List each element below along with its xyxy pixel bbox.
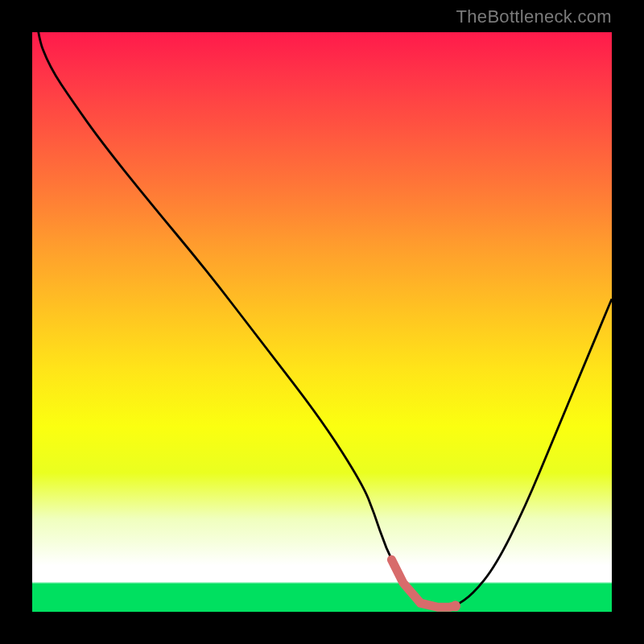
attribution-text: TheBottleneck.com xyxy=(456,6,612,27)
plot-area xyxy=(32,32,612,612)
highlight-end-dot xyxy=(450,601,460,611)
curve-layer xyxy=(32,32,612,612)
bottleneck-curve xyxy=(32,32,612,607)
bottleneck-curve-highlight xyxy=(391,559,455,607)
chart-frame: TheBottleneck.com xyxy=(0,0,644,644)
